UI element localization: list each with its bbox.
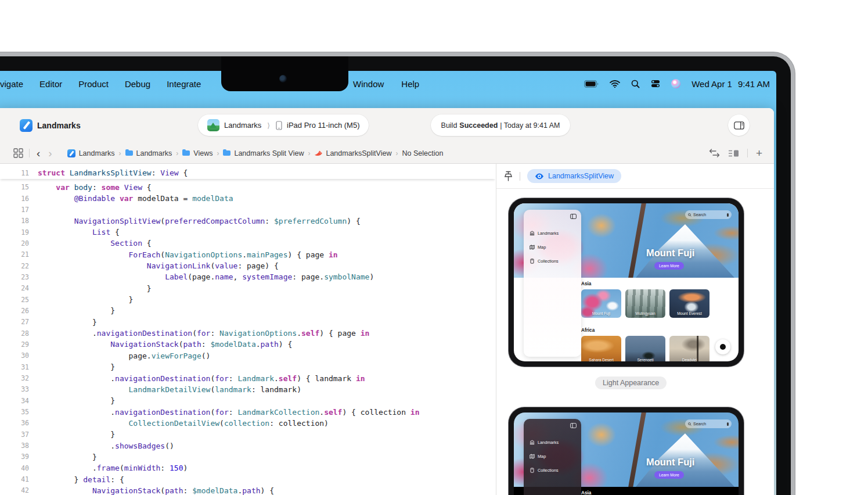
landmark-card-serengeti[interactable]: Serengeti [625, 336, 665, 361]
swift-file-icon [314, 149, 322, 157]
scheme-name[interactable]: Landmarks [224, 121, 261, 130]
pin-icon[interactable] [504, 171, 513, 182]
breadcrumb-item-no-selection[interactable]: No Selection [402, 149, 443, 157]
editor-layout-icon[interactable] [728, 149, 739, 157]
code-line-15[interactable]: 15 var body: some View { [0, 182, 495, 193]
landmark-card-everest[interactable]: Mount Everest [669, 289, 709, 318]
device-preview-dark[interactable]: SearchMount FujiLearn MoreLandmarksMapCo… [509, 407, 744, 495]
code-line-35[interactable]: 35 .navigationDestination(for: LandmarkC… [0, 406, 495, 417]
breadcrumb-item-landmarks-split-view[interactable]: Landmarks Split View [223, 149, 304, 157]
add-editor-icon[interactable]: + [756, 147, 762, 160]
menu-item-window[interactable]: Window [353, 79, 384, 89]
code-line-29[interactable]: 29 NavigationStack(path: $modelData.path… [0, 339, 495, 350]
line-number: 21 [0, 250, 29, 259]
breadcrumb-item-landmarkssplitview[interactable]: LandmarksSplitView [314, 149, 391, 157]
code-line-28[interactable]: 28 .navigationDestination(for: Navigatio… [0, 328, 495, 339]
divider [29, 149, 30, 157]
battery-icon[interactable] [584, 80, 599, 88]
sidebar-toggle-icon[interactable] [570, 423, 577, 428]
menu-item-product[interactable]: Product [78, 79, 109, 89]
code-line-17[interactable]: 17 [0, 204, 495, 215]
code-line-38[interactable]: 38 .showsBadges() [0, 440, 495, 451]
menu-item-editor[interactable]: Editor [39, 79, 62, 89]
landmark-card-fuji[interactable]: Mount Fuji [581, 289, 621, 318]
sidebar-item-landmarks[interactable]: Landmarks [530, 231, 559, 236]
code-line-11[interactable]: 11struct LandmarksSplitView: View { [0, 167, 495, 179]
breadcrumb-label: No Selection [402, 149, 443, 157]
preview-tab[interactable]: LandmarksSplitView [527, 169, 621, 183]
code-line-27[interactable]: 27 } [0, 317, 495, 328]
code-text: page.viewForPage() [38, 351, 210, 360]
menu-item-vigate[interactable]: vigate [0, 79, 23, 89]
code-text: ForEach(NavigationOptions.mainPages) { p… [38, 250, 338, 259]
code-line-41[interactable]: 41 } detail: { [0, 474, 495, 485]
sidebar-item-landmarks[interactable]: Landmarks [530, 440, 559, 445]
forward-button[interactable]: › [47, 148, 53, 159]
spotlight-icon[interactable] [631, 80, 640, 88]
code-line-36[interactable]: 36 CollectionDetailView(collection: coll… [0, 418, 495, 429]
sidebar-item-map[interactable]: Map [530, 245, 559, 250]
code-line-22[interactable]: 22 NavigationLink(value: page) { [0, 260, 495, 271]
menu-item-debug[interactable]: Debug [125, 79, 150, 89]
code-line-34[interactable]: 34 } [0, 395, 495, 406]
live-preview-button[interactable] [715, 339, 730, 354]
breadcrumb-label: Landmarks Split View [234, 149, 304, 157]
code-text: } [38, 453, 97, 461]
source-editor[interactable]: 11struct LandmarksSplitView: View {15 va… [0, 164, 495, 495]
breadcrumb-label: Landmarks [79, 149, 115, 157]
code-line-23[interactable]: 23 Label(page.name, systemImage: page.sy… [0, 271, 495, 282]
run-destination[interactable]: iPad Pro 11-inch (M5) [287, 121, 359, 130]
swap-arrows-icon[interactable] [709, 149, 720, 157]
code-line-42[interactable]: 42 NavigationStack(path: $modelData.path… [0, 485, 495, 495]
code-line-31[interactable]: 31 } [0, 361, 495, 372]
breadcrumb-separator: › [395, 149, 398, 157]
menu-date[interactable]: Wed Apr 1 [691, 79, 732, 89]
sidebar-item-collections[interactable]: Collections [530, 259, 559, 264]
code-line-32[interactable]: 32 .navigationDestination(for: Landmark.… [0, 372, 495, 383]
code-line-39[interactable]: 39 } [0, 451, 495, 462]
breadcrumb-item-landmarks[interactable]: Landmarks [125, 149, 172, 157]
code-line-37[interactable]: 37 } [0, 429, 495, 440]
code-line-21[interactable]: 21 ForEach(NavigationOptions.mainPages) … [0, 249, 495, 260]
code-line-18[interactable]: 18 NavigationSplitView(preferredCompactC… [0, 216, 495, 227]
menu-bar-status: Wed Apr 1 9:41 AM [584, 71, 770, 96]
code-line-20[interactable]: 20 Section { [0, 238, 495, 249]
code-line-30[interactable]: 30 page.viewForPage() [0, 350, 495, 361]
landmark-card-sahara[interactable]: Sahara Desert [581, 336, 621, 361]
code-line-26[interactable]: 26 } [0, 305, 495, 316]
sidebar-toggle-icon[interactable] [570, 214, 577, 219]
menu-time[interactable]: 9:41 AM [738, 79, 770, 89]
menu-item-help[interactable]: Help [401, 79, 419, 89]
search-field[interactable]: Search [685, 419, 732, 428]
siri-icon[interactable] [671, 79, 680, 88]
landmark-card-deadvlei[interactable]: Deadvlei [669, 336, 709, 361]
inspector-toggle-button[interactable] [728, 114, 750, 136]
learn-more-button[interactable]: Learn More [654, 471, 684, 479]
sidebar-item-collections[interactable]: Collections [530, 468, 559, 473]
search-field[interactable]: Search [685, 210, 732, 219]
code-line-25[interactable]: 25 } [0, 294, 495, 305]
wifi-icon[interactable] [610, 80, 620, 88]
line-number: 29 [0, 340, 29, 349]
code-line-40[interactable]: 40 .frame(minWidth: 150) [0, 462, 495, 474]
code-line-16[interactable]: 16 @Bindable var modelData = modelData [0, 193, 495, 204]
mic-icon [727, 422, 729, 426]
control-center-icon[interactable] [651, 80, 660, 88]
sidebar-item-map[interactable]: Map [530, 454, 559, 459]
project-title-area: Landmarks [20, 119, 81, 132]
landmark-card-wulingyuan[interactable]: Wulingyuan [625, 289, 665, 318]
menu-item-integrate[interactable]: Integrate [167, 79, 201, 89]
learn-more-button[interactable]: Learn More [654, 262, 684, 270]
divider [520, 172, 520, 181]
breadcrumb-item-landmarks[interactable]: Landmarks [67, 149, 115, 157]
activity-view[interactable]: Build Succeeded | Today at 9:41 AM [431, 114, 570, 136]
device-preview-light[interactable]: SearchMount FujiLearn MoreLandmarksMapCo… [509, 198, 744, 367]
code-line-24[interactable]: 24 } [0, 283, 495, 294]
scheme-selector[interactable]: Landmarks ⟩ iPad Pro 11-inch (M5) [198, 114, 369, 136]
sidebar-item-label: Collections [538, 468, 559, 473]
back-button[interactable]: ‹ [35, 148, 41, 159]
code-line-19[interactable]: 19 List { [0, 227, 495, 238]
related-items-icon[interactable] [13, 148, 23, 158]
breadcrumb-item-views[interactable]: Views [182, 149, 213, 157]
code-line-33[interactable]: 33 LandmarkDetailView(landmark: landmark… [0, 384, 495, 395]
